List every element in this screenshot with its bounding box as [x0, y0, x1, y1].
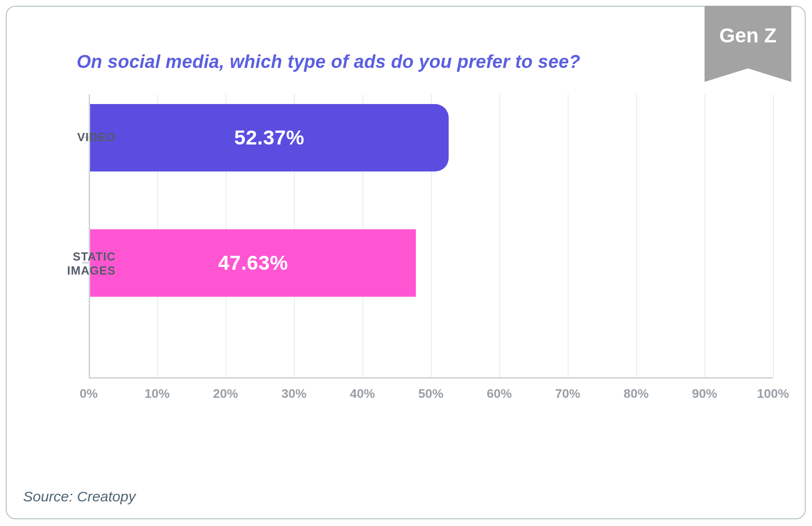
- category-label-static: STATICIMAGES: [67, 250, 116, 278]
- x-tick-label: 30%: [281, 386, 306, 401]
- x-tick-label: 100%: [757, 386, 789, 401]
- x-tick-label: 0%: [80, 386, 98, 401]
- chart-title: On social media, which type of ads do yo…: [77, 52, 580, 72]
- x-tick-label: 10%: [145, 386, 170, 401]
- x-tick-label: 50%: [418, 386, 443, 401]
- bar-value-static: 47.63%: [218, 251, 288, 275]
- bar-video: 52.37%: [90, 104, 449, 171]
- bar-static-images: 47.63%: [90, 229, 416, 297]
- source-attribution: Source: Creatopy: [23, 488, 135, 505]
- x-tick-label: 60%: [487, 386, 512, 401]
- x-tick-label: 70%: [555, 386, 580, 401]
- x-tick-label: 40%: [350, 386, 375, 401]
- x-tick-label: 80%: [624, 386, 649, 401]
- x-axis: [89, 377, 773, 379]
- badge-text: Gen Z: [705, 24, 791, 47]
- x-tick-label: 90%: [692, 386, 717, 401]
- badge-ribbon: Gen Z: [705, 6, 791, 68]
- x-tick-label: 20%: [213, 386, 238, 401]
- chart-plot-area: 52.37% 47.63% 0% 10% 20% 30% 40% 50% 60%…: [89, 94, 773, 379]
- chart-card: Gen Z On social media, which type of ads…: [6, 6, 806, 519]
- category-label-video: VIDEO: [77, 131, 116, 145]
- bar-value-video: 52.37%: [234, 126, 304, 149]
